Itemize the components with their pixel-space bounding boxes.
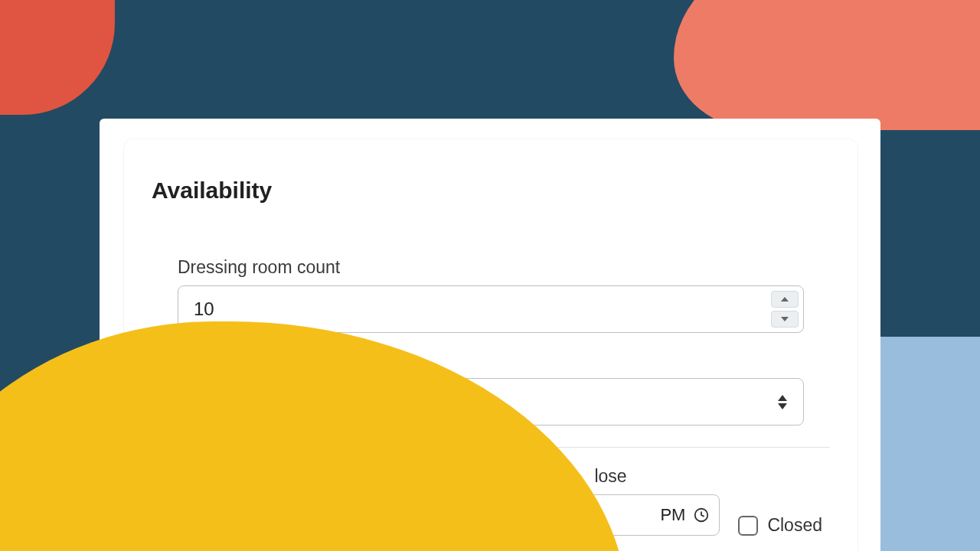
caret-up-icon: [778, 395, 787, 401]
decor-blob-red: [0, 0, 115, 115]
divider: [152, 447, 830, 448]
dressing-room-count-value: 10: [194, 298, 214, 320]
closed-checkbox[interactable]: [738, 516, 758, 536]
stage: Availability Dressing room count 10 Appo…: [0, 0, 980, 551]
field-dressing-room-count: Dressing room count 10: [152, 257, 830, 333]
caret-down-icon: [778, 403, 787, 409]
appointment-length-value: 45 Minutes: [194, 391, 283, 412]
decor-blob-coral: [674, 0, 980, 130]
stepper-down-button[interactable]: [771, 311, 799, 328]
closed-label: Closed: [767, 515, 822, 536]
closed-checkbox-group: Closed: [738, 515, 822, 536]
dressing-room-count-input[interactable]: 10: [178, 285, 804, 333]
number-stepper: [771, 291, 799, 328]
caret-up-icon: [781, 297, 789, 302]
close-time-value: PM: [660, 505, 685, 525]
appointment-length-select[interactable]: 45 Minutes: [178, 378, 804, 425]
field-appointment-length: Appointment length 45 Minutes: [152, 350, 830, 425]
availability-card: Availability Dressing room count 10 Appo…: [124, 139, 858, 551]
caret-down-icon: [781, 317, 789, 321]
appointment-length-label: Appointment length: [178, 350, 804, 370]
select-sort-icon: [776, 393, 789, 411]
schedule-row: lose PM Closed: [152, 466, 830, 536]
clock-icon: [693, 507, 710, 523]
close-time-input[interactable]: PM: [590, 494, 720, 536]
card-title: Availability: [152, 178, 830, 204]
dressing-room-count-label: Dressing room count: [178, 257, 804, 278]
close-column-label: lose: [590, 466, 626, 487]
stepper-up-button[interactable]: [771, 291, 799, 308]
